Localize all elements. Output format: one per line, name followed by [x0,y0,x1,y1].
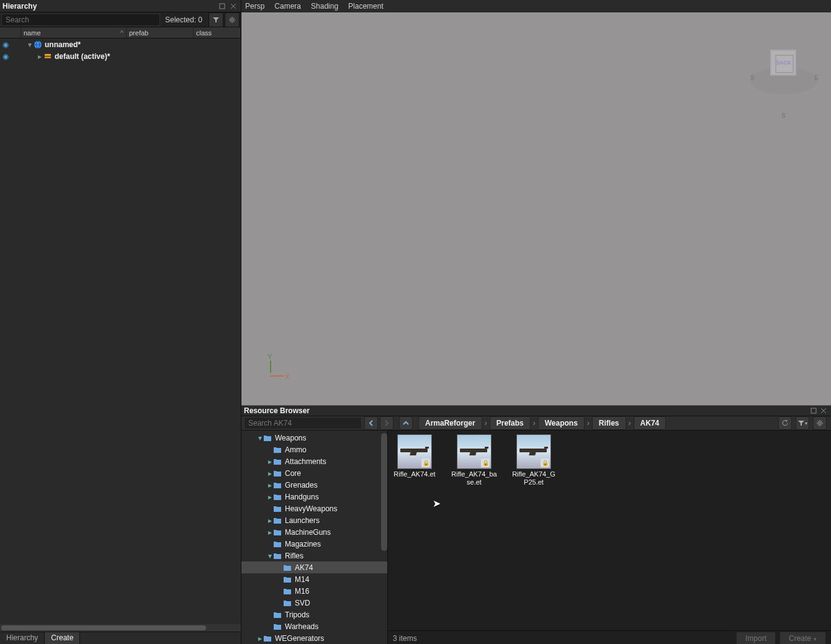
folder-item-magazines[interactable]: Magazines [241,538,387,550]
visibility-toggle-icon[interactable]: ◉ [2,52,12,61]
crumb-weapons[interactable]: Weapons [538,416,585,430]
folder-item-heavyweapons[interactable]: HeavyWeapons [241,503,387,514]
folder-item-m14[interactable]: M14 [241,573,387,585]
resource-folder-tree: ▾WeaponsAmmo▸Attachments▸Core▸Grenades▸H… [241,431,388,644]
file-item[interactable]: 🔒 Rifle_AK74.et [392,434,438,486]
filter-button[interactable]: ▾ [796,416,809,430]
folder-label: Rifles [285,552,303,560]
chevron-down-icon[interactable]: ▾ [26,41,34,48]
folder-item-warheads[interactable]: Warheads [241,620,387,632]
resource-browser-header: Resource Browser [241,406,831,416]
folder-item-core[interactable]: ▸Core [241,467,387,479]
create-button[interactable]: Create▾ [779,632,826,645]
column-visibility[interactable] [0,27,21,38]
close-icon[interactable] [228,1,238,11]
folder-item-handguns[interactable]: ▸Handguns [241,491,387,503]
breadcrumb: ArmaReforger › Prefabs › Weapons › Rifle… [418,416,666,430]
tree-item-unnamed[interactable]: ◉ ▾ unnamed* [0,38,241,50]
chevron-right-icon[interactable]: ▸ [36,53,43,60]
folder-item-grenades[interactable]: ▸Grenades [241,479,387,491]
folder-item-wegenerators[interactable]: ▸WEGenerators [241,632,387,644]
menu-placement[interactable]: Placement [348,2,384,11]
hierarchy-search-input[interactable] [1,14,160,26]
folder-item-m16[interactable]: M16 [241,585,387,597]
refresh-button[interactable] [778,416,792,430]
popout-icon[interactable] [217,1,227,11]
selected-count-label: Selected: 0 [160,16,207,24]
folder-label: Attachments [285,457,326,466]
folder-icon [264,635,272,642]
folder-icon [284,588,292,594]
settings-button[interactable] [225,12,240,27]
folder-item-ammo[interactable]: Ammo [241,444,387,455]
popout-icon[interactable] [809,406,819,416]
lock-icon: 🔒 [421,458,430,467]
close-icon[interactable] [819,406,829,416]
folder-item-attachments[interactable]: ▸Attachments [241,455,387,467]
folder-item-rifles[interactable]: ▾Rifles [241,550,387,561]
crumb-rifles[interactable]: Rifles [592,416,626,430]
resource-search-input[interactable] [244,417,362,429]
menu-persp[interactable]: Persp [245,2,264,11]
chevron-right-icon[interactable]: ▸ [266,529,274,536]
crumb-armareforger[interactable]: ArmaReforger [418,416,482,430]
lock-icon: 🔒 [541,458,549,467]
tree-item-default[interactable]: ◉ ▸ default (active)* [0,50,241,62]
folder-item-launchers[interactable]: ▸Launchers [241,514,387,526]
folder-icon [284,565,292,571]
chevron-down-icon[interactable]: ▾ [256,434,264,442]
folder-icon [274,529,282,535]
nav-forward-button[interactable] [380,416,393,430]
chevron-right-icon: › [533,419,536,427]
menu-shading[interactable]: Shading [311,2,338,11]
vertical-scrollbar[interactable] [381,433,387,551]
settings-button[interactable] [813,416,827,430]
folder-label: Launchers [285,516,320,525]
chevron-down-icon[interactable]: ▾ [266,552,274,560]
column-name[interactable]: name^ [21,27,127,38]
file-item[interactable]: 🔒 Rifle_AK74_base.et [451,434,497,486]
horizontal-scrollbar[interactable] [0,624,241,632]
menu-camera[interactable]: Camera [274,2,301,11]
folder-label: Magazines [285,540,321,548]
axis-y-line [270,360,271,373]
navigation-gizmo[interactable]: BACK S E S [750,50,819,118]
axis-x-line [270,375,284,377]
tab-hierarchy[interactable]: Hierarchy [0,632,45,644]
tab-create[interactable]: Create [45,632,80,644]
visibility-toggle-icon[interactable]: ◉ [2,40,12,49]
crumb-ak74[interactable]: AK74 [634,416,667,430]
folder-icon [274,506,282,512]
viewport-3d[interactable]: Y X BACK S E S [241,12,831,405]
folder-item-ak74[interactable]: AK74 [241,561,387,573]
nav-back-label: BACK [775,60,791,66]
nav-up-button[interactable] [399,416,413,430]
file-item[interactable]: 🔒 Rifle_AK74_GP25.et [511,434,557,486]
column-class[interactable]: class [194,27,241,38]
column-prefab[interactable]: prefab [127,27,194,38]
chevron-right-icon[interactable]: ▸ [266,458,274,465]
hierarchy-toolbar: Selected: 0 [0,12,241,27]
nav-s-label: S [750,74,755,81]
globe-icon [34,40,42,49]
tree-item-label: default (active)* [55,52,110,61]
folder-item-svd[interactable]: SVD [241,597,387,609]
crumb-prefabs[interactable]: Prefabs [490,416,531,430]
folder-item-weapons[interactable]: ▾Weapons [241,432,387,444]
folder-icon [274,553,282,559]
folder-icon [274,470,282,476]
hierarchy-header: Hierarchy [0,0,241,12]
chevron-right-icon[interactable]: ▸ [266,517,274,524]
chevron-right-icon[interactable]: ▸ [256,635,264,642]
import-button[interactable]: Import [736,632,776,645]
nav-back-button[interactable] [364,416,378,430]
folder-label: SVD [295,599,310,607]
folder-label: Handguns [285,493,319,501]
filter-button[interactable] [209,12,223,27]
folder-item-machineguns[interactable]: ▸MachineGuns [241,526,387,538]
chevron-right-icon[interactable]: ▸ [266,470,274,477]
folder-icon [274,494,282,500]
chevron-right-icon[interactable]: ▸ [266,493,274,501]
folder-item-tripods[interactable]: Tripods [241,609,387,620]
chevron-right-icon[interactable]: ▸ [266,481,274,489]
